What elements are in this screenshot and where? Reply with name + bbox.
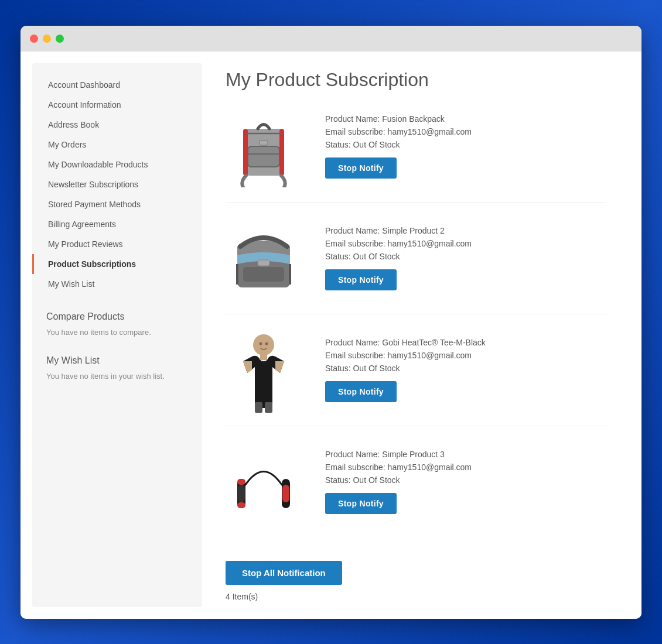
sidebar-item-my-wish-list[interactable]: My Wish List bbox=[32, 274, 202, 294]
stop-notify-button-fusion-backpack[interactable]: Stop Notify bbox=[325, 157, 397, 179]
product-name-fusion-backpack: Product Name: Fusion Backpack bbox=[325, 114, 606, 124]
svg-rect-10 bbox=[258, 260, 269, 266]
product-info-simple-product-2: Product Name: Simple Product 2 Email sub… bbox=[325, 220, 606, 290]
product-image-gobi-heatec-tee bbox=[226, 332, 302, 414]
product-list: Product Name: Fusion Backpack Email subs… bbox=[226, 108, 606, 537]
sidebar-item-billing-agreements[interactable]: Billing Agreements bbox=[32, 214, 202, 234]
svg-point-18 bbox=[265, 342, 268, 345]
svg-rect-7 bbox=[260, 141, 268, 145]
svg-rect-1 bbox=[248, 146, 279, 167]
sidebar-item-my-downloadable-products[interactable]: My Downloadable Products bbox=[32, 155, 202, 174]
stop-all-notification-button[interactable]: Stop All Notification bbox=[226, 561, 342, 585]
browser-window: Account DashboardAccount InformationAddr… bbox=[21, 26, 641, 619]
product-email-simple-product-3: Email subscribe: hamy1510@gmail.com bbox=[325, 463, 606, 472]
product-image-simple-product-3 bbox=[226, 444, 302, 526]
product-info-fusion-backpack: Product Name: Fusion Backpack Email subs… bbox=[325, 108, 606, 179]
product-email-fusion-backpack: Email subscribe: hamy1510@gmail.com bbox=[325, 127, 606, 136]
close-button[interactable] bbox=[30, 35, 38, 43]
product-item-fusion-backpack: Product Name: Fusion Backpack Email subs… bbox=[226, 108, 606, 203]
product-status-gobi-heatec-tee: Status: Out Of Stock bbox=[325, 364, 606, 373]
sidebar-nav: Account DashboardAccount InformationAddr… bbox=[32, 75, 202, 294]
product-item-gobi-heatec-tee: Product Name: Gobi HeatTec® Tee-M-Black … bbox=[226, 332, 606, 426]
svg-point-13 bbox=[253, 334, 274, 355]
stop-notify-button-simple-product-2[interactable]: Stop Notify bbox=[325, 269, 397, 290]
product-image-simple-product-2 bbox=[226, 220, 302, 302]
product-status-simple-product-3: Status: Out Of Stock bbox=[325, 475, 606, 485]
stop-notify-button-simple-product-3[interactable]: Stop Notify bbox=[325, 493, 397, 514]
sidebar-item-my-product-reviews[interactable]: My Product Reviews bbox=[32, 234, 202, 254]
compare-products-title: Compare Products bbox=[46, 311, 188, 322]
footer-actions: Stop All Notification 4 Item(s) bbox=[226, 555, 606, 601]
page-title: My Product Subscription bbox=[226, 69, 606, 91]
sidebar-item-account-information[interactable]: Account Information bbox=[32, 95, 202, 115]
product-info-gobi-heatec-tee: Product Name: Gobi HeatTec® Tee-M-Black … bbox=[325, 332, 606, 402]
sidebar: Account DashboardAccount InformationAddr… bbox=[32, 63, 202, 607]
stop-notify-button-gobi-heatec-tee[interactable]: Stop Notify bbox=[325, 381, 397, 402]
product-item-simple-product-2: Product Name: Simple Product 2 Email sub… bbox=[226, 220, 606, 314]
product-status-simple-product-2: Status: Out Of Stock bbox=[325, 252, 606, 261]
product-name-simple-product-3: Product Name: Simple Product 3 bbox=[325, 450, 606, 459]
product-item-simple-product-3: Product Name: Simple Product 3 Email sub… bbox=[226, 444, 606, 537]
items-count: 4 Item(s) bbox=[226, 592, 606, 601]
sidebar-item-account-dashboard[interactable]: Account Dashboard bbox=[32, 75, 202, 95]
sidebar-item-my-orders[interactable]: My Orders bbox=[32, 135, 202, 155]
wishlist-section: My Wish List You have no items in your w… bbox=[32, 355, 202, 382]
product-status-fusion-backpack: Status: Out Of Stock bbox=[325, 140, 606, 149]
product-image-fusion-backpack bbox=[226, 108, 302, 190]
sidebar-item-product-subscriptions[interactable]: Product Subscriptions bbox=[32, 254, 202, 274]
wishlist-title: My Wish List bbox=[46, 355, 188, 366]
product-email-gobi-heatec-tee: Email subscribe: hamy1510@gmail.com bbox=[325, 351, 606, 360]
svg-point-17 bbox=[260, 342, 262, 345]
svg-rect-15 bbox=[255, 402, 262, 413]
svg-rect-14 bbox=[260, 354, 267, 360]
svg-rect-16 bbox=[265, 402, 272, 413]
product-name-simple-product-2: Product Name: Simple Product 2 bbox=[325, 226, 606, 235]
browser-titlebar bbox=[21, 26, 641, 52]
svg-rect-23 bbox=[237, 479, 245, 485]
sidebar-item-stored-payment-methods[interactable]: Stored Payment Methods bbox=[32, 194, 202, 214]
sidebar-item-newsletter-subscriptions[interactable]: Newsletter Subscriptions bbox=[32, 174, 202, 194]
svg-rect-22 bbox=[282, 485, 289, 502]
browser-content: Account DashboardAccount InformationAddr… bbox=[21, 52, 641, 619]
minimize-button[interactable] bbox=[43, 35, 51, 43]
maximize-button[interactable] bbox=[56, 35, 64, 43]
product-info-simple-product-3: Product Name: Simple Product 3 Email sub… bbox=[325, 444, 606, 514]
main-content: My Product Subscription bbox=[202, 63, 630, 607]
compare-products-section: Compare Products You have no items to co… bbox=[32, 311, 202, 338]
svg-rect-4 bbox=[243, 129, 248, 176]
product-name-gobi-heatec-tee: Product Name: Gobi HeatTec® Tee-M-Black bbox=[325, 338, 606, 347]
svg-rect-20 bbox=[238, 485, 245, 502]
svg-rect-5 bbox=[279, 129, 284, 176]
svg-rect-9 bbox=[243, 267, 284, 282]
product-email-simple-product-2: Email subscribe: hamy1510@gmail.com bbox=[325, 239, 606, 248]
sidebar-item-address-book[interactable]: Address Book bbox=[32, 115, 202, 135]
svg-rect-24 bbox=[237, 502, 245, 508]
compare-products-text: You have no items to compare. bbox=[46, 327, 188, 338]
wishlist-text: You have no items in your wish list. bbox=[46, 371, 188, 382]
